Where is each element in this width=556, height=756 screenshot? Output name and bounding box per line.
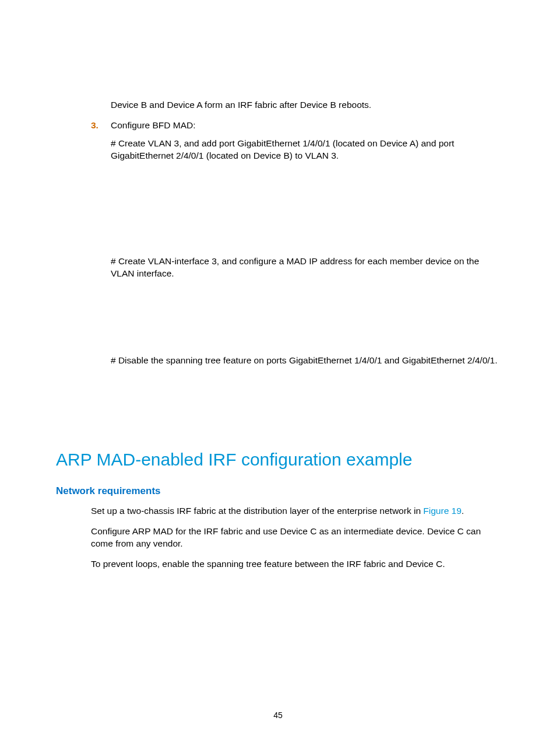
step-3-title: Configure BFD MAD: — [111, 120, 500, 132]
nr-p2: Configure ARP MAD for the IRF fabric and… — [91, 526, 500, 550]
intro-line: Device B and Device A form an IRF fabric… — [111, 99, 500, 111]
subsection-heading: Network requirements — [56, 485, 500, 498]
nr-p1: Set up a two-chassis IRF fabric at the d… — [91, 505, 500, 517]
step-3-p2: # Create VLAN-interface 3, and configure… — [111, 256, 500, 280]
step-3-number: 3. — [56, 120, 111, 449]
nr-p1b: . — [462, 506, 464, 516]
page-number: 45 — [0, 710, 556, 721]
step-3-p3: # Disable the spanning tree feature on p… — [111, 355, 500, 367]
nr-p3: To prevent loops, enable the spanning tr… — [91, 558, 500, 570]
page: Device B and Device A form an IRF fabric… — [0, 0, 556, 756]
intro-text: Device B and Device A form an IRF fabric… — [111, 99, 500, 111]
blank-space-3 — [111, 372, 500, 448]
step-3: 3. Configure BFD MAD: # Create VLAN 3, a… — [56, 120, 500, 449]
section-heading: ARP MAD-enabled IRF configuration exampl… — [56, 448, 500, 472]
step-3-p1: # Create VLAN 3, and add port GigabitEth… — [111, 138, 500, 162]
network-requirements-body: Set up a two-chassis IRF fabric at the d… — [91, 505, 500, 570]
step-3-body: Configure BFD MAD: # Create VLAN 3, and … — [111, 120, 500, 449]
blank-space-2 — [111, 286, 500, 355]
nr-p1a: Set up a two-chassis IRF fabric at the d… — [91, 506, 423, 516]
figure-19-link[interactable]: Figure 19 — [423, 506, 461, 516]
blank-space-1 — [111, 168, 500, 256]
